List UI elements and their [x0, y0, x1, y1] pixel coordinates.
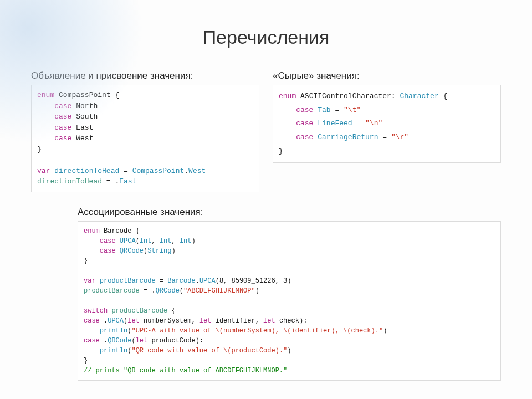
code-declaration: enum CompassPoint { case North case Sout… [31, 85, 259, 192]
label-associated-values: Ассоциированные значения: [78, 207, 501, 218]
block-declaration: Объявление и присвоение значения: enum C… [31, 70, 259, 192]
slide-title: Перечисления [0, 27, 532, 48]
label-declaration: Объявление и присвоение значения: [31, 70, 259, 81]
code-raw-values: enum ASCIIControlCharacter: Character { … [273, 85, 501, 163]
block-associated-values: Ассоциированные значения: enum Barcode {… [0, 207, 532, 381]
code-associated-values: enum Barcode { case UPCA(Int, Int, Int) … [78, 221, 501, 381]
block-raw-values: «Сырые» значения: enum ASCIIControlChara… [273, 70, 501, 163]
label-raw-values: «Сырые» значения: [273, 70, 501, 81]
